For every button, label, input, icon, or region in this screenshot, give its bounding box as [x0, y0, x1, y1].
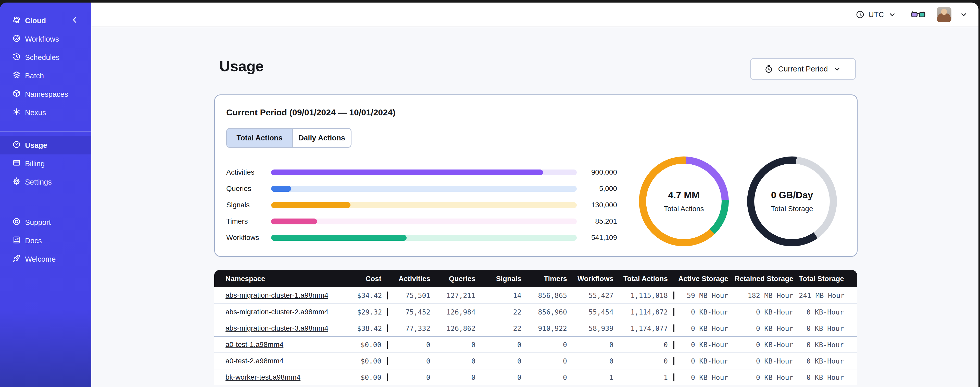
- namespace-link[interactable]: abs-migration-cluster-3.a98mm4: [226, 324, 328, 332]
- period-select-button[interactable]: Current Period: [750, 58, 856, 80]
- timers-cell: 856,960: [527, 308, 573, 316]
- queries-cell: 0: [436, 341, 481, 349]
- donut-value: 0 GB/Day: [771, 190, 813, 201]
- cost-cell: $0.00: [357, 357, 387, 365]
- namespace-link[interactable]: bk-worker-test.a98mm4: [226, 373, 301, 381]
- sidebar-item-settings[interactable]: Settings: [0, 173, 91, 191]
- donut-value: 4.7 MM: [668, 190, 699, 201]
- active-storage-cell: 59 MB-Hour: [673, 291, 734, 299]
- retained-storage-cell: 0 KB-Hour: [734, 357, 799, 365]
- active-storage-cell: 0 KB-Hour: [673, 308, 734, 316]
- page-content: Usage Current Period Current Period (09/…: [91, 27, 978, 387]
- sidebar-item-label: Nexus: [25, 109, 46, 117]
- bar-label: Queries: [226, 185, 271, 193]
- sidebar-brand-cloud[interactable]: Cloud: [0, 11, 91, 30]
- sidebar-item-label: Support: [25, 218, 51, 227]
- activities-cell: 75,452: [387, 308, 436, 316]
- cost-cell: $0.00: [357, 373, 387, 381]
- sidebar-item-label: Welcome: [25, 255, 56, 264]
- sidebar-item-label: Workflows: [25, 35, 59, 43]
- workflows-cell: 55,427: [573, 291, 619, 299]
- bar-fill: [271, 202, 350, 208]
- signals-cell: 14: [481, 291, 527, 299]
- sidebar-item-docs[interactable]: Docs: [0, 232, 91, 250]
- queries-cell: 0: [436, 373, 481, 381]
- temporal-logo-icon: [12, 16, 21, 26]
- sidebar-item-label: Usage: [25, 141, 47, 150]
- sidebar-item-workflows[interactable]: Workflows: [0, 30, 91, 48]
- user-avatar[interactable]: [937, 7, 951, 22]
- namespace-link[interactable]: abs-migration-cluster-2.a98mm4: [226, 308, 328, 316]
- cost-cell: $34.42: [357, 291, 387, 299]
- total-actions-cell: 1,115,018: [619, 291, 673, 299]
- bar-track: [271, 202, 577, 208]
- sidebar-item-nexus[interactable]: Nexus: [0, 103, 91, 122]
- welcome-rocket-icon: [12, 254, 21, 264]
- namespace-link[interactable]: a0-test-1.a98mm4: [226, 341, 283, 349]
- bar-value: 900,000: [577, 168, 617, 176]
- activities-cell: 0: [387, 341, 436, 349]
- total-storage-cell: 0 KB-Hour: [799, 341, 850, 349]
- total-storage-donut: 0 GB/Day Total Storage: [747, 157, 837, 246]
- workflows-cell: 0: [573, 341, 619, 349]
- bar-label: Timers: [226, 217, 271, 225]
- workflows-cell: 0: [573, 357, 619, 365]
- timers-cell: 0: [527, 357, 573, 365]
- table-header-row: Namespace Cost Activities Queries Signal…: [214, 270, 857, 287]
- bar-row-signals: Signals 130,000: [226, 197, 628, 213]
- bar-track: [271, 186, 577, 192]
- sidebar-item-usage[interactable]: Usage: [0, 136, 91, 154]
- collapse-sidebar-icon[interactable]: [70, 16, 79, 26]
- sidebar-item-label: Batch: [25, 72, 44, 80]
- schedules-icon: [12, 52, 21, 63]
- chevron-down-icon: [832, 64, 842, 74]
- period-button-label: Current Period: [778, 65, 828, 73]
- billing-icon: [12, 158, 21, 169]
- glasses-icon[interactable]: [911, 10, 926, 20]
- retained-storage-cell: 182 MB-Hour: [734, 291, 799, 299]
- namespace-link[interactable]: a0-test-2.a98mm4: [226, 357, 283, 365]
- cost-cell: $38.42: [357, 325, 387, 333]
- namespace-link[interactable]: abs-migration-cluster-1.a98mm4: [226, 291, 328, 299]
- workflows-cell: 55,454: [573, 308, 619, 316]
- sidebar-item-batch[interactable]: Batch: [0, 67, 91, 85]
- docs-book-icon: [12, 236, 21, 246]
- sidebar-item-namespaces[interactable]: Namespaces: [0, 85, 91, 103]
- stopwatch-icon: [764, 64, 773, 74]
- sidebar-item-support[interactable]: Support: [0, 213, 91, 232]
- cost-cell: $0.00: [357, 341, 387, 349]
- sidebar-item-label: Settings: [25, 178, 52, 186]
- table-row: abs-migration-cluster-1.a98mm4 $34.42 75…: [214, 287, 857, 304]
- account-chevron-down-icon[interactable]: [959, 10, 968, 19]
- col-cost: Cost: [357, 275, 387, 283]
- donut-center: 0 GB/Day Total Storage: [754, 164, 830, 239]
- active-storage-cell: 0 KB-Hour: [673, 357, 734, 365]
- bar-track: [271, 219, 577, 224]
- sidebar-item-welcome[interactable]: Welcome: [0, 250, 91, 268]
- total-actions-cell: 1,174,077: [619, 325, 673, 333]
- sidebar-divider: [0, 199, 91, 199]
- batch-icon: [12, 71, 21, 81]
- col-active-storage: Active Storage: [673, 275, 734, 283]
- bar-value: 85,201: [577, 217, 617, 225]
- retained-storage-cell: 0 KB-Hour: [734, 373, 799, 381]
- tab-total-actions[interactable]: Total Actions: [227, 129, 292, 147]
- retained-storage-cell: 0 KB-Hour: [734, 325, 799, 333]
- tab-daily-actions[interactable]: Daily Actions: [292, 129, 351, 147]
- retained-storage-cell: 0 KB-Hour: [734, 308, 799, 316]
- total-actions-donut: 4.7 MM Total Actions: [639, 157, 729, 246]
- sidebar-brand-label: Cloud: [25, 17, 46, 25]
- timers-cell: 0: [527, 373, 573, 381]
- activities-cell: 77,332: [387, 325, 436, 333]
- total-storage-cell: 0 KB-Hour: [799, 308, 850, 316]
- activities-cell: 0: [387, 373, 436, 381]
- table-row: abs-migration-cluster-3.a98mm4 $38.42 77…: [214, 320, 857, 336]
- timers-cell: 856,865: [527, 291, 573, 299]
- sidebar-item-schedules[interactable]: Schedules: [0, 48, 91, 67]
- bar-fill: [271, 219, 317, 224]
- timezone-selector[interactable]: UTC: [856, 10, 897, 19]
- bar-value: 130,000: [577, 201, 617, 209]
- timezone-label: UTC: [868, 10, 884, 19]
- bar-label: Activities: [226, 168, 271, 176]
- sidebar-item-billing[interactable]: Billing: [0, 154, 91, 173]
